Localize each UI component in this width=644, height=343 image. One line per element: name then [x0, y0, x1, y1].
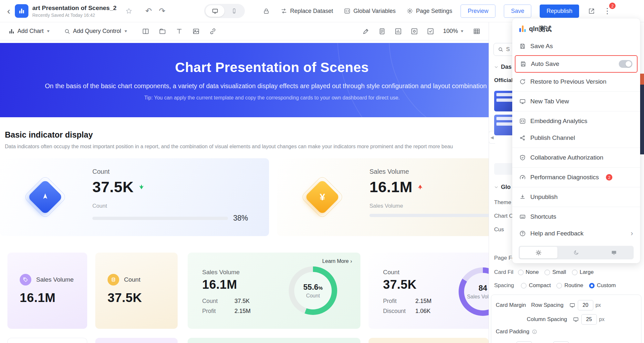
- card-stub[interactable]: [188, 338, 360, 343]
- kpi-value: 37.5K: [92, 178, 134, 196]
- dashboard-section-toggle[interactable]: Das: [494, 64, 512, 70]
- menu-item-help-feedback[interactable]: Help and Feedback ›: [512, 225, 640, 242]
- row-spacing-input[interactable]: [578, 300, 593, 310]
- info-icon: [532, 329, 537, 334]
- section-description: Data indicators often occupy the most im…: [5, 144, 541, 150]
- tag-icon: [20, 274, 31, 286]
- card-stub[interactable]: [369, 338, 489, 343]
- menu-item-performance-diagnostics[interactable]: Performance Diagnostics 2: [512, 169, 640, 186]
- spacing-custom-radio[interactable]: [589, 283, 595, 288]
- document-title: art Presentation of Scenes_20...: [32, 5, 116, 12]
- question-icon: [519, 230, 526, 237]
- unit-label: px: [599, 317, 605, 322]
- outline-doc-icon[interactable]: [379, 28, 386, 35]
- mini-card-sales-volume[interactable]: Sales Volume 16.1M: [7, 253, 87, 329]
- kpi-icon-block: [30, 182, 61, 213]
- add-chart-button[interactable]: Add Chart ▼: [8, 28, 50, 35]
- menu-item-shortcuts[interactable]: Shortcuts: [512, 208, 640, 225]
- detail-row: Profit2.15M: [383, 298, 431, 305]
- more-options-menu: qln测试 Save As Auto Save Restore to Previ…: [512, 18, 640, 263]
- card-stub[interactable]: [95, 338, 178, 343]
- layout-split-icon[interactable]: [142, 28, 149, 35]
- global-section-toggle[interactable]: Glo: [494, 184, 511, 191]
- favorite-star-icon[interactable]: [125, 7, 132, 15]
- card-fillet-label: Card Fil: [494, 269, 514, 275]
- light-theme-button[interactable]: [520, 247, 557, 258]
- spacing-compact-radio[interactable]: [521, 283, 526, 288]
- keyboard-icon: [519, 213, 526, 220]
- learn-more-link[interactable]: Learn More›: [322, 258, 352, 264]
- chevron-right-icon: ›: [631, 229, 633, 238]
- spacing-label: Spacing: [494, 282, 514, 289]
- card-stub[interactable]: [7, 338, 87, 343]
- add-query-control-button[interactable]: Add Query Control ▼: [64, 28, 128, 35]
- section-title: Basic indicator display: [5, 130, 93, 140]
- kpi-value: 16.1M: [369, 178, 412, 196]
- trend-down-icon: [138, 183, 145, 191]
- menu-item-publish-channel[interactable]: Publish Channel: [512, 130, 640, 146]
- link-widget-icon[interactable]: [209, 28, 216, 35]
- menu-item-embedding-analytics[interactable]: Embedding Analytics: [512, 113, 640, 130]
- global-variables-button[interactable]: Global Variables: [344, 8, 396, 15]
- spacing-routine-radio[interactable]: [556, 283, 562, 288]
- grid-table-icon[interactable]: [473, 28, 480, 35]
- padding-left-input[interactable]: [553, 341, 569, 343]
- more-menu-icon[interactable]: ⋮ 2: [603, 6, 611, 16]
- watermark-icon[interactable]: [411, 28, 418, 35]
- spacing-row: Spacing Compact Routine Custom: [494, 282, 622, 289]
- chart-box-icon[interactable]: [395, 28, 402, 35]
- desktop-view-icon[interactable]: [205, 5, 224, 17]
- text-widget-icon[interactable]: [176, 28, 183, 35]
- tab-container-icon[interactable]: [159, 28, 166, 35]
- menu-item-unpublish[interactable]: Unpublish: [512, 189, 640, 205]
- chevron-down-icon: ▼: [46, 29, 50, 33]
- kpi-card-count[interactable]: Count 37.5K Count 38%: [0, 158, 269, 236]
- auto-save-toggle[interactable]: [619, 60, 632, 68]
- add-chart-label: Add Chart: [17, 28, 44, 35]
- desktop-icon: [569, 302, 575, 308]
- fillet-small-radio[interactable]: [545, 270, 550, 275]
- column-spacing-input[interactable]: [581, 314, 597, 325]
- menu-item-collaborative-authorization[interactable]: Collaborative Authorization: [512, 149, 640, 166]
- mobile-view-icon[interactable]: [224, 5, 244, 17]
- column-spacing-setting: Column Spacing px: [527, 314, 605, 325]
- mini-card-label: Count: [124, 276, 140, 283]
- lock-icon[interactable]: [263, 8, 270, 15]
- tab-official[interactable]: Official: [494, 77, 513, 84]
- page-settings-button[interactable]: Page Settings: [407, 8, 452, 15]
- style-brush-icon[interactable]: [362, 28, 369, 35]
- image-widget-icon[interactable]: [192, 28, 200, 35]
- fillet-none-radio[interactable]: [518, 270, 524, 275]
- chevron-down-icon: [494, 65, 498, 69]
- spacing-settings-group: Card Margin Row Spacing px Column Spacin…: [491, 295, 641, 343]
- row-spacing-setting: Card Margin Row Spacing px: [496, 300, 601, 310]
- menu-item-new-tab-view[interactable]: New Tab View: [512, 93, 640, 110]
- preview-button[interactable]: Preview: [461, 5, 495, 18]
- fillet-large-radio[interactable]: [572, 270, 577, 275]
- redo-icon[interactable]: ↷: [159, 6, 165, 16]
- save-button[interactable]: Save: [504, 5, 531, 18]
- replace-dataset-button[interactable]: Replace Dataset: [281, 8, 333, 15]
- kpi-label: Sales Volume: [369, 168, 505, 175]
- checkbox-setting-icon[interactable]: [427, 28, 434, 35]
- menu-item-restore-version[interactable]: Restore to Previous Version: [512, 73, 640, 90]
- share-export-icon[interactable]: [588, 8, 595, 15]
- mini-card-label: Sales Volume: [36, 276, 74, 283]
- undo-icon[interactable]: ↶: [145, 6, 152, 16]
- back-icon[interactable]: ‹: [7, 6, 10, 16]
- zoom-select[interactable]: 100% ▼: [443, 28, 464, 35]
- page-format-label: Page Fo: [494, 255, 515, 261]
- mini-card-count[interactable]: Count 37.5K: [95, 253, 178, 329]
- menu-item-save-as[interactable]: Save As: [512, 38, 640, 55]
- dashboard-canvas[interactable]: Chart Presentation of Scenes On the basi…: [0, 40, 544, 343]
- padding-top-input[interactable]: [516, 341, 532, 343]
- detail-card-sales-volume[interactable]: Learn More› Sales Volume 16.1M Count37.5…: [188, 253, 360, 329]
- share-nodes-icon: [519, 135, 526, 141]
- dark-theme-button[interactable]: [557, 247, 595, 258]
- auto-theme-button[interactable]: [595, 247, 633, 258]
- device-toggle[interactable]: [204, 4, 245, 18]
- menu-item-auto-save[interactable]: Auto Save: [515, 55, 638, 73]
- republish-button[interactable]: Republish: [540, 5, 579, 18]
- banner-widget[interactable]: Chart Presentation of Scenes On the basi…: [0, 43, 544, 117]
- menu-header: qln测试: [512, 20, 640, 38]
